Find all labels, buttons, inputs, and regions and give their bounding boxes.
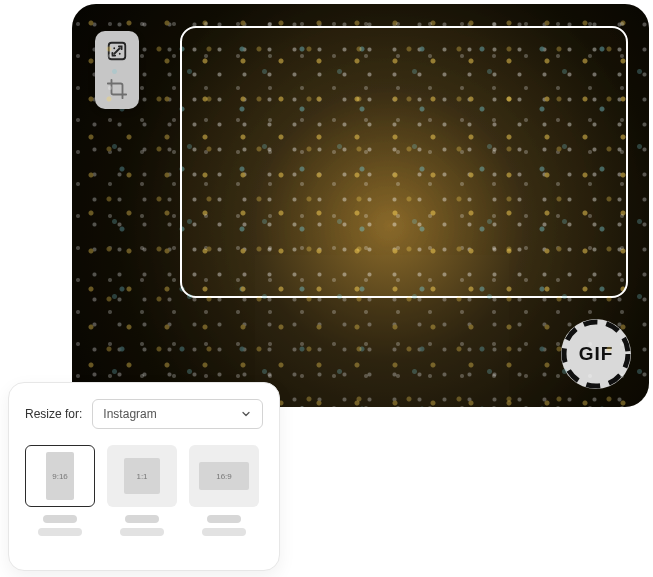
aspect-ratio-shape: 9:16 xyxy=(46,452,74,500)
placeholder-line xyxy=(43,515,77,523)
aspect-ratio-option[interactable]: 1:1 xyxy=(107,445,177,536)
aspect-ratio-label: 1:1 xyxy=(136,472,147,481)
aspect-ratio-frame: 1:1 xyxy=(107,445,177,507)
aspect-ratio-label: 9:16 xyxy=(52,472,68,481)
placeholder-line xyxy=(120,528,164,536)
gif-badge: GIF xyxy=(561,319,631,389)
aspect-ratio-list: 9:161:116:9 xyxy=(25,445,263,536)
crop-icon xyxy=(106,78,128,100)
resize-icon xyxy=(106,40,128,62)
aspect-ratio-option[interactable]: 16:9 xyxy=(189,445,259,536)
resize-panel: Resize for: Instagram 9:161:116:9 xyxy=(8,382,280,571)
aspect-ratio-frame: 16:9 xyxy=(189,445,259,507)
placeholder-lines xyxy=(202,515,246,536)
aspect-ratio-option[interactable]: 9:16 xyxy=(25,445,95,536)
crop-tool-button[interactable] xyxy=(103,75,131,103)
aspect-ratio-shape: 1:1 xyxy=(124,458,160,494)
placeholder-line xyxy=(125,515,159,523)
placeholder-line xyxy=(202,528,246,536)
resize-row: Resize for: Instagram xyxy=(25,399,263,429)
aspect-ratio-shape: 16:9 xyxy=(199,462,249,490)
resize-for-label: Resize for: xyxy=(25,407,82,421)
placeholder-lines xyxy=(120,515,164,536)
chevron-down-icon xyxy=(240,408,252,420)
placeholder-line xyxy=(38,528,82,536)
placeholder-lines xyxy=(38,515,82,536)
svg-point-1 xyxy=(564,322,628,386)
platform-select-value: Instagram xyxy=(103,407,156,421)
crop-frame[interactable] xyxy=(180,26,628,298)
placeholder-line xyxy=(207,515,241,523)
editor-canvas: GIF xyxy=(72,4,649,407)
resize-tool-button[interactable] xyxy=(103,37,131,65)
editor-toolbar xyxy=(95,31,139,109)
dashed-ring-icon xyxy=(561,319,631,389)
platform-select[interactable]: Instagram xyxy=(92,399,263,429)
aspect-ratio-frame: 9:16 xyxy=(25,445,95,507)
aspect-ratio-label: 16:9 xyxy=(216,472,232,481)
